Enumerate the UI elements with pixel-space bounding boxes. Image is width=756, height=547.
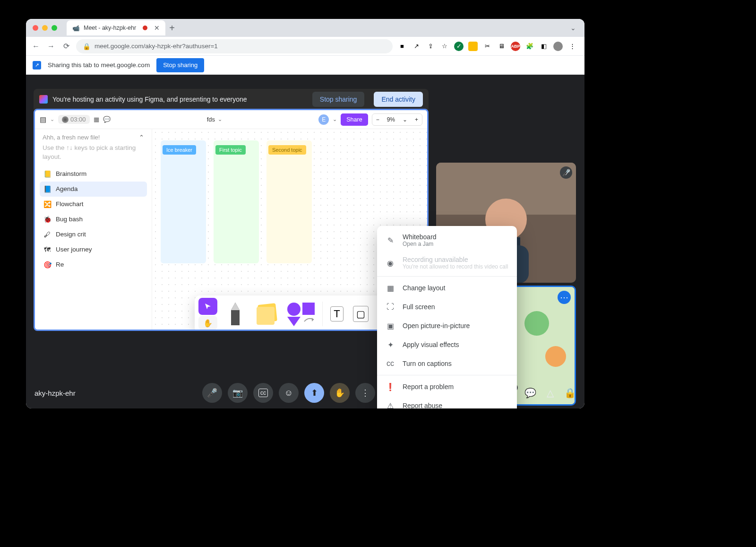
menu-report-problem[interactable]: ❗Report a problem bbox=[377, 377, 517, 396]
template-design-crit[interactable]: 🖋Design crit bbox=[40, 227, 147, 242]
open-external-icon[interactable]: ↗ bbox=[412, 42, 421, 51]
layout-icon[interactable]: ▦ bbox=[94, 116, 99, 123]
menu-visual-effects[interactable]: ✦Apply visual effects bbox=[377, 335, 517, 354]
camera-toggle-button[interactable]: 📷 bbox=[228, 383, 248, 403]
extension-monitor-icon[interactable]: 🖥 bbox=[497, 42, 506, 51]
chrome-menu-icon[interactable]: ⋮ bbox=[567, 42, 577, 51]
design-crit-icon: 🖋 bbox=[43, 231, 51, 238]
template-retro[interactable]: 🎯Re bbox=[40, 257, 147, 272]
present-button[interactable]: ⬆ bbox=[304, 383, 324, 403]
agenda-chip[interactable]: First topic bbox=[215, 145, 246, 155]
tabs-dropdown-icon[interactable]: ⌄ bbox=[566, 24, 581, 32]
canvas-column[interactable] bbox=[266, 140, 312, 263]
template-brainstorm[interactable]: 📒Brainstorm bbox=[40, 166, 147, 182]
reactions-button[interactable]: ☺ bbox=[279, 383, 299, 403]
canvas-column[interactable] bbox=[214, 140, 259, 263]
forward-button[interactable]: → bbox=[46, 42, 56, 51]
menu-label: Open picture-in-picture bbox=[403, 322, 470, 330]
canvas-column[interactable] bbox=[161, 140, 206, 263]
menu-full-screen[interactable]: ⛶Full screen bbox=[377, 297, 517, 316]
extension-yellow-icon[interactable] bbox=[468, 42, 478, 51]
menu-pip[interactable]: ▣Open picture-in-picture bbox=[377, 316, 517, 335]
text-tool[interactable]: T bbox=[327, 299, 346, 329]
tab-sharing-infobar: ➚ Sharing this tab to meet.google.com St… bbox=[26, 56, 584, 75]
sticky-note-tool[interactable] bbox=[253, 299, 280, 329]
more-options-button[interactable]: ⋮ bbox=[355, 383, 375, 403]
extensions-puzzle-icon[interactable]: 🧩 bbox=[525, 42, 534, 51]
template-flowchart[interactable]: 🔀Flowchart bbox=[40, 197, 147, 212]
section-tool[interactable]: ▢ bbox=[351, 299, 370, 329]
pencil-tool[interactable] bbox=[222, 299, 249, 329]
zoom-dropdown-icon[interactable]: ⌄ bbox=[399, 116, 411, 123]
template-agenda[interactable]: 📘Agenda bbox=[40, 182, 147, 197]
captions-button[interactable]: cc bbox=[253, 383, 273, 403]
raise-hand-button[interactable]: ✋ bbox=[330, 383, 350, 403]
extension-green-icon[interactable]: ✓ bbox=[454, 42, 464, 51]
activity-stop-sharing-button[interactable]: Stop sharing bbox=[312, 92, 365, 107]
camera-indicator-icon[interactable]: ■ bbox=[397, 42, 407, 51]
minimize-window-icon[interactable] bbox=[42, 25, 48, 31]
collaborators-dropdown-icon[interactable]: ⌄ bbox=[333, 116, 337, 122]
browser-tab[interactable]: 📹 Meet - aky-hzpk-ehr ✕ bbox=[67, 20, 165, 35]
activity-header-text: You're hosting an activity using Figma, … bbox=[52, 96, 247, 103]
figma-share-button[interactable]: Share bbox=[341, 113, 368, 126]
shapes-tool[interactable] bbox=[284, 299, 318, 329]
menu-change-layout[interactable]: ▦Change layout bbox=[377, 278, 517, 297]
reload-button[interactable]: ⟳ bbox=[61, 42, 71, 51]
feedback-icon: ❗ bbox=[386, 382, 395, 391]
close-window-icon[interactable] bbox=[33, 25, 38, 31]
share-sheet-icon[interactable]: ⇪ bbox=[426, 42, 435, 51]
stop-sharing-button[interactable]: Stop sharing bbox=[156, 58, 204, 72]
sharing-indicator-icon: ➚ bbox=[33, 61, 41, 69]
meet-favicon-icon: 📹 bbox=[72, 25, 80, 32]
figjam-file-title[interactable]: fds ⌄ bbox=[207, 116, 222, 123]
menu-separator bbox=[377, 276, 517, 277]
collapse-panel-icon[interactable]: ⌃ bbox=[139, 134, 144, 141]
pencil-icon: ✎ bbox=[386, 236, 395, 245]
zoom-out-button[interactable]: − bbox=[372, 116, 383, 123]
menu-label: Apply visual effects bbox=[403, 341, 459, 348]
address-bar[interactable]: 🔒 meet.google.com/aky-hzpk-ehr?authuser=… bbox=[76, 39, 393, 53]
menu-label: Recording unavailable bbox=[403, 256, 508, 263]
back-button[interactable]: ← bbox=[31, 42, 41, 51]
svg-point-4 bbox=[287, 303, 301, 316]
activities-button[interactable]: △ bbox=[547, 387, 554, 399]
menu-whiteboard[interactable]: ✎ Whiteboard Open a Jam bbox=[377, 229, 517, 252]
meeting-code: aky-hzpk-ehr bbox=[34, 389, 76, 397]
menu-report-abuse[interactable]: ⚠Report abuse bbox=[377, 396, 517, 408]
window-controls bbox=[30, 25, 62, 31]
collaborator-avatar[interactable]: E bbox=[318, 114, 329, 125]
profile-avatar-icon[interactable] bbox=[553, 42, 563, 51]
host-controls-button[interactable]: 🔒 bbox=[564, 387, 576, 399]
zoom-value[interactable]: 9% bbox=[383, 116, 399, 123]
template-bug-bash[interactable]: 🐞Bug bash bbox=[40, 212, 147, 227]
menu-captions[interactable]: ccTurn on captions bbox=[377, 354, 517, 373]
close-tab-icon[interactable]: ✕ bbox=[154, 24, 160, 32]
figma-menu-chevron-icon[interactable]: ⌄ bbox=[50, 116, 54, 122]
extension-scissors-icon[interactable]: ✂ bbox=[482, 42, 492, 51]
hand-tool[interactable]: ✋ bbox=[198, 316, 217, 330]
zoom-in-button[interactable]: + bbox=[411, 116, 422, 123]
figjam-timer[interactable]: 03:00 bbox=[58, 115, 90, 124]
figma-menu-icon[interactable]: ▤ bbox=[40, 115, 46, 124]
comment-icon[interactable]: 💬 bbox=[103, 116, 111, 123]
agenda-chip[interactable]: Second topic bbox=[268, 145, 306, 155]
new-tab-button[interactable]: + bbox=[165, 23, 179, 34]
template-label: Brainstorm bbox=[56, 170, 86, 177]
tile-more-button[interactable]: ⋯ bbox=[558, 291, 571, 304]
menu-sublabel: Open a Jam bbox=[403, 241, 437, 247]
svg-rect-5 bbox=[302, 303, 315, 315]
template-user-journey[interactable]: 🗺User journey bbox=[40, 242, 147, 257]
bookmark-star-icon[interactable]: ☆ bbox=[440, 42, 449, 51]
side-panel-icon[interactable]: ◧ bbox=[539, 42, 549, 51]
tab-title: Meet - aky-hzpk-ehr bbox=[84, 25, 136, 31]
end-activity-button[interactable]: End activity bbox=[374, 92, 423, 107]
chat-button[interactable]: 💬 bbox=[524, 387, 536, 399]
mic-toggle-button[interactable]: 🎤 bbox=[202, 383, 222, 403]
select-tool[interactable] bbox=[198, 298, 217, 315]
agenda-chip[interactable]: Ice breaker bbox=[163, 145, 196, 155]
layout-grid-icon: ▦ bbox=[386, 284, 395, 293]
maximize-window-icon[interactable] bbox=[52, 25, 57, 31]
extension-abp-icon[interactable]: ABP bbox=[511, 42, 520, 51]
svg-marker-1 bbox=[231, 303, 240, 310]
